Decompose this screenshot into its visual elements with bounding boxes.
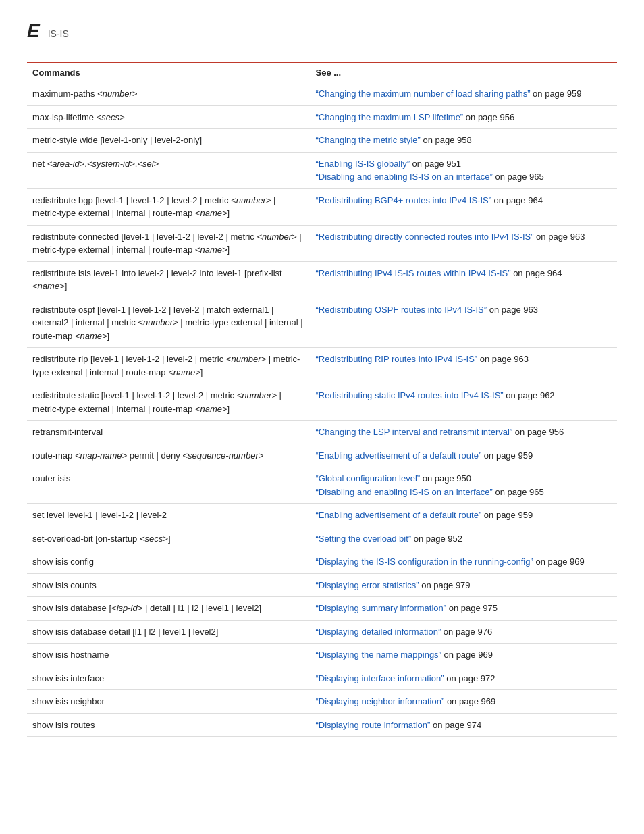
see-cell: “Displaying the name mappings” on page 9… bbox=[311, 644, 617, 667]
see-cell: “Displaying interface information” on pa… bbox=[311, 667, 617, 690]
table-row: show isis routes“Displaying route inform… bbox=[27, 713, 617, 737]
table-row: show isis interface“Displaying interface… bbox=[27, 667, 617, 690]
col-commands: Commands bbox=[27, 63, 311, 82]
table-row: show isis hostname“Displaying the name m… bbox=[27, 644, 617, 667]
see-cell: “Redistributing BGP4+ routes into IPv4 I… bbox=[311, 188, 617, 225]
col-see: See ... bbox=[311, 63, 617, 82]
command-cell: maximum-paths <number> bbox=[27, 82, 311, 106]
see-link[interactable]: “Changing the metric style” bbox=[316, 135, 421, 145]
see-cell: “Redistributing static IPv4 routes into … bbox=[311, 384, 617, 421]
see-link[interactable]: “Redistributing BGP4+ routes into IPv4 I… bbox=[316, 195, 491, 205]
see-cell: “Enabling advertisement of a default rou… bbox=[311, 504, 617, 527]
command-cell: redistribute connected [level-1 | level-… bbox=[27, 225, 311, 261]
table-row: redistribute rip [level-1 | level-1-2 | … bbox=[27, 348, 617, 384]
see-cell: “Displaying summary information” on page… bbox=[311, 597, 617, 621]
table-header: Commands See ... bbox=[27, 63, 617, 82]
header-letter: E bbox=[27, 20, 40, 42]
command-cell: show isis config bbox=[27, 550, 311, 574]
table-row: show isis config“Displaying the IS-IS co… bbox=[27, 550, 617, 574]
see-link[interactable]: “Displaying the name mappings” bbox=[316, 650, 441, 660]
see-link[interactable]: “Displaying interface information” bbox=[316, 673, 444, 683]
table-row: redistribute bgp [level-1 | level-1-2 | … bbox=[27, 188, 617, 225]
command-cell: show isis routes bbox=[27, 713, 311, 737]
see-link[interactable]: “Setting the overload bit” bbox=[316, 533, 412, 544]
see-link[interactable]: “Enabling advertisement of a default rou… bbox=[316, 450, 482, 461]
command-cell: redistribute rip [level-1 | level-1-2 | … bbox=[27, 348, 311, 384]
table-body: maximum-paths <number>“Changing the maxi… bbox=[27, 82, 617, 737]
see-link[interactable]: “Changing the maximum number of load sha… bbox=[316, 88, 531, 99]
table-row: redistribute ospf [level-1 | level-1-2 |… bbox=[27, 298, 617, 348]
see-cell: “Displaying route information” on page 9… bbox=[311, 713, 617, 737]
see-cell: “Changing the LSP interval and retransmi… bbox=[311, 421, 617, 444]
table-row: set-overload-bit [on-startup <secs>]“Set… bbox=[27, 527, 617, 550]
see-cell: “Changing the metric style” on page 958 bbox=[311, 129, 617, 153]
see-link[interactable]: “Displaying the IS-IS configuration in t… bbox=[316, 556, 533, 567]
see-link[interactable]: “Displaying neighbor information” bbox=[316, 696, 445, 706]
command-cell: set-overload-bit [on-startup <secs>] bbox=[27, 527, 311, 550]
command-cell: redistribute bgp [level-1 | level-1-2 | … bbox=[27, 188, 311, 225]
command-cell: show isis neighbor bbox=[27, 690, 311, 714]
table-row: show isis database detail [l1 | l2 | lev… bbox=[27, 620, 617, 644]
table-row: net <area-id>.<system-id>.<sel>“Enabling… bbox=[27, 152, 617, 188]
table-row: redistribute connected [level-1 | level-… bbox=[27, 225, 617, 261]
see-cell: “Displaying detailed information” on pag… bbox=[311, 620, 617, 644]
table-row: show isis database [<lsp-id> | detail | … bbox=[27, 597, 617, 621]
table-row: redistribute static [level-1 | level-1-2… bbox=[27, 384, 617, 421]
command-cell: redistribute ospf [level-1 | level-1-2 |… bbox=[27, 298, 311, 348]
see-link[interactable]: “Redistributing OSPF routes into IPv4 IS… bbox=[316, 305, 487, 315]
command-cell: max-lsp-lifetime <secs> bbox=[27, 105, 311, 129]
see-cell: “Redistributing OSPF routes into IPv4 IS… bbox=[311, 298, 617, 348]
see-cell: “Changing the maximum LSP lifetime” on p… bbox=[311, 105, 617, 129]
see-cell: “Changing the maximum number of load sha… bbox=[311, 82, 617, 106]
see-link[interactable]: “Displaying error statistics” bbox=[316, 580, 419, 590]
table-header-row: Commands See ... bbox=[27, 63, 617, 82]
see-cell: “Enabling IS-IS globally” on page 951“Di… bbox=[311, 152, 617, 188]
see-link[interactable]: “Displaying detailed information” bbox=[316, 627, 441, 637]
table-row: maximum-paths <number>“Changing the maxi… bbox=[27, 82, 617, 106]
command-cell: retransmit-interval bbox=[27, 421, 311, 444]
commands-table: Commands See ... maximum-paths <number>“… bbox=[27, 62, 617, 737]
see-link[interactable]: “Redistributing RIP routes into IPv4 IS-… bbox=[316, 354, 478, 364]
table-row: router isis“Global configuration level” … bbox=[27, 467, 617, 504]
see-cell: “Redistributing IPv4 IS-IS routes within… bbox=[311, 261, 617, 298]
command-cell: redistribute static [level-1 | level-1-2… bbox=[27, 384, 311, 421]
see-link[interactable]: “Displaying summary information” bbox=[316, 603, 447, 613]
see-link[interactable]: “Disabling and enabling IS-IS on an inte… bbox=[316, 487, 493, 497]
command-cell: metric-style wide [level-1-only | level-… bbox=[27, 129, 311, 153]
see-cell: “Displaying the IS-IS configuration in t… bbox=[311, 550, 617, 574]
table-row: redistribute isis level-1 into level-2 |… bbox=[27, 261, 617, 298]
command-cell: route-map <map-name> permit | deny <sequ… bbox=[27, 444, 311, 467]
see-link[interactable]: “Displaying route information” bbox=[316, 720, 431, 730]
see-cell: “Global configuration level” on page 950… bbox=[311, 467, 617, 504]
see-cell: “Displaying error statistics” on page 97… bbox=[311, 573, 617, 597]
see-cell: “Redistributing RIP routes into IPv4 IS-… bbox=[311, 348, 617, 384]
see-link[interactable]: “Enabling IS-IS globally” bbox=[316, 159, 410, 169]
table-row: show isis counts“Displaying error statis… bbox=[27, 573, 617, 597]
see-cell: “Displaying neighbor information” on pag… bbox=[311, 690, 617, 714]
see-link[interactable]: “Enabling advertisement of a default rou… bbox=[316, 510, 482, 520]
see-cell: “Enabling advertisement of a default rou… bbox=[311, 444, 617, 467]
table-row: show isis neighbor“Displaying neighbor i… bbox=[27, 690, 617, 714]
see-cell: “Redistributing directly connected route… bbox=[311, 225, 617, 261]
command-cell: redistribute isis level-1 into level-2 |… bbox=[27, 261, 311, 298]
see-link[interactable]: “Disabling and enabling IS-IS on an inte… bbox=[316, 172, 493, 182]
command-cell: net <area-id>.<system-id>.<sel> bbox=[27, 152, 311, 188]
command-cell: show isis database [<lsp-id> | detail | … bbox=[27, 597, 311, 621]
command-cell: set level level-1 | level-1-2 | level-2 bbox=[27, 504, 311, 527]
see-cell: “Setting the overload bit” on page 952 bbox=[311, 527, 617, 550]
table-row: set level level-1 | level-1-2 | level-2“… bbox=[27, 504, 617, 527]
table-row: route-map <map-name> permit | deny <sequ… bbox=[27, 444, 617, 467]
see-link[interactable]: “Global configuration level” bbox=[316, 473, 421, 484]
see-link[interactable]: “Changing the maximum LSP lifetime” bbox=[316, 112, 464, 122]
see-link[interactable]: “Redistributing directly connected route… bbox=[316, 232, 534, 242]
table-row: retransmit-interval“Changing the LSP int… bbox=[27, 421, 617, 444]
see-link[interactable]: “Changing the LSP interval and retransmi… bbox=[316, 427, 513, 437]
header-subtitle: IS-IS bbox=[48, 28, 69, 39]
table-row: max-lsp-lifetime <secs>“Changing the max… bbox=[27, 105, 617, 129]
see-link[interactable]: “Redistributing IPv4 IS-IS routes within… bbox=[316, 268, 511, 278]
command-cell: show isis database detail [l1 | l2 | lev… bbox=[27, 620, 311, 644]
table-row: metric-style wide [level-1-only | level-… bbox=[27, 129, 617, 153]
command-cell: show isis hostname bbox=[27, 644, 311, 667]
command-cell: show isis counts bbox=[27, 573, 311, 597]
see-link[interactable]: “Redistributing static IPv4 routes into … bbox=[316, 390, 504, 400]
